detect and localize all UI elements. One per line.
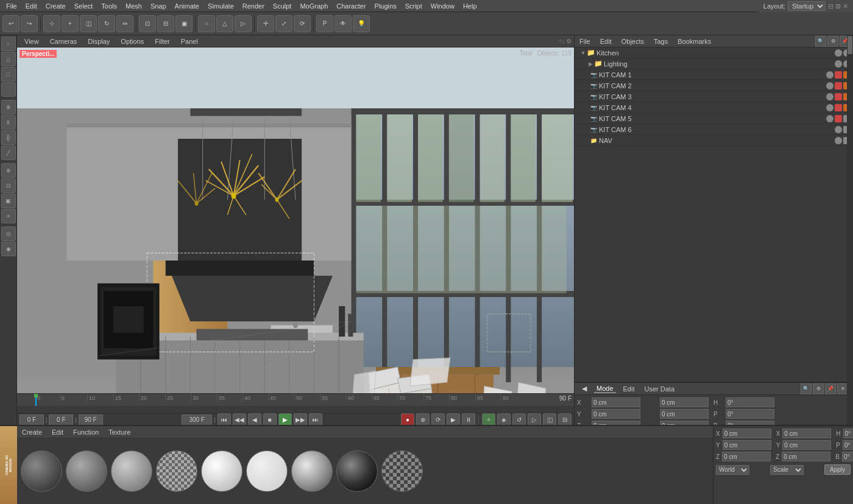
cam6-vis-dot[interactable] xyxy=(835,126,842,133)
obj-menu-objects[interactable]: Objects xyxy=(619,38,646,45)
bottom-world-select[interactable]: World Local xyxy=(716,465,749,475)
menu-edit[interactable]: Edit xyxy=(22,1,41,11)
cam3-vis-dot[interactable] xyxy=(826,93,834,100)
material-ball-4[interactable] xyxy=(201,450,242,492)
redo-button[interactable]: ↪ xyxy=(21,15,38,32)
cam1-vis-dot[interactable] xyxy=(826,71,834,79)
viewport-options-icon[interactable]: ⚙ xyxy=(566,38,572,44)
obj-config-button[interactable]: ⚙ xyxy=(827,36,838,47)
bottom-apply-button[interactable]: Apply xyxy=(824,464,851,475)
nav-vis-dot[interactable] xyxy=(835,137,842,144)
mat-menu-edit[interactable]: Edit xyxy=(49,429,66,436)
tab-view[interactable]: View xyxy=(19,37,44,46)
edge-mode-button[interactable]: △ xyxy=(216,15,233,32)
menu-mograph[interactable]: MoGraph xyxy=(296,1,331,11)
perspective-button[interactable]: P xyxy=(316,15,333,32)
attr-tab-userdata[interactable]: User Data xyxy=(642,385,678,393)
object-tool-button[interactable]: ○ xyxy=(1,37,16,51)
extrude-tool-button[interactable]: ⊕ xyxy=(1,163,16,178)
end-frame-input[interactable] xyxy=(79,415,103,425)
light-button[interactable]: 💡 xyxy=(353,15,370,32)
render-settings-button[interactable]: ▣ xyxy=(175,15,193,32)
x-size-input[interactable] xyxy=(660,397,709,407)
viewport-maximize-icon[interactable]: ↑↓ xyxy=(559,38,565,44)
menu-script[interactable]: Script xyxy=(402,1,426,11)
knife-tool-button[interactable]: ╱ xyxy=(1,145,16,160)
menu-character[interactable]: Character xyxy=(333,1,369,11)
tab-cameras[interactable]: Cameras xyxy=(45,37,82,46)
select-model-tool[interactable]: ⊹ xyxy=(43,15,60,32)
obj-row-kit-cam-5[interactable]: 📷 KIT CAM 5 xyxy=(575,113,853,124)
bb-input[interactable] xyxy=(842,452,853,461)
menu-file[interactable]: File xyxy=(2,1,21,11)
p-input[interactable] xyxy=(726,409,774,419)
obj-row-lighting[interactable]: ▶ 📁 Lighting xyxy=(575,58,853,69)
paint-tool-button[interactable]: ⊕ xyxy=(1,100,16,114)
axis-tool-button[interactable]: ╬ xyxy=(1,130,16,145)
menu-plugins[interactable]: Plugins xyxy=(371,1,400,11)
mat-menu-function[interactable]: Function xyxy=(71,429,101,436)
attr-gear-button[interactable]: ⚙ xyxy=(813,383,824,394)
material-ball-1[interactable] xyxy=(66,450,107,492)
menu-help[interactable]: Help xyxy=(459,1,481,11)
obj-row-kit-cam-1[interactable]: 📷 KIT CAM 1 xyxy=(575,69,853,80)
menu-mesh[interactable]: Mesh xyxy=(122,1,146,11)
attr-tab-mode[interactable]: Mode xyxy=(594,385,616,393)
poly-tool-button[interactable]: △ xyxy=(1,52,16,66)
y-pos-input[interactable] xyxy=(592,409,640,419)
attr-tab-left[interactable]: ◀ xyxy=(579,385,589,393)
point-tool-button[interactable]: · xyxy=(1,82,16,97)
cam2-vis-dot[interactable] xyxy=(826,82,834,89)
attr-scroll-thumb[interactable] xyxy=(848,36,852,54)
object-mode-button[interactable]: ○ xyxy=(198,15,215,32)
bx-input[interactable] xyxy=(723,429,771,438)
menu-simulate[interactable]: Simulate xyxy=(204,1,238,11)
attr-pin-button[interactable]: 📌 xyxy=(825,383,836,394)
menu-window[interactable]: Window xyxy=(427,1,458,11)
bx2-input[interactable] xyxy=(782,429,831,438)
menu-render[interactable]: Render xyxy=(239,1,268,11)
menu-select[interactable]: Select xyxy=(71,1,97,11)
polygon-mode-button[interactable]: ▷ xyxy=(235,15,252,32)
bz-input[interactable] xyxy=(722,452,771,461)
bz2-input[interactable] xyxy=(782,452,830,461)
edge-tool-button[interactable]: □ xyxy=(1,67,16,82)
scale-tool[interactable]: ⤢ xyxy=(275,15,292,32)
render-region-button[interactable]: ⊟ xyxy=(157,15,174,32)
obj-menu-bookmarks[interactable]: Bookmarks xyxy=(675,38,713,45)
obj-row-kit-cam-6[interactable]: 📷 KIT CAM 6 xyxy=(575,124,853,135)
layout-select[interactable]: Startup xyxy=(788,1,826,11)
menu-create[interactable]: Create xyxy=(42,1,69,11)
cam1-tag1[interactable] xyxy=(835,71,842,79)
material-ball-8[interactable] xyxy=(381,450,423,492)
obj-row-kit-cam-4[interactable]: 📷 KIT CAM 4 xyxy=(575,102,853,113)
obj-row-nav[interactable]: 📁 NAV xyxy=(575,135,853,146)
start-frame-input[interactable] xyxy=(19,415,44,425)
rotate-tool-2[interactable]: ⟳ xyxy=(294,15,311,32)
cam2-tag1[interactable] xyxy=(835,82,842,89)
attr-tab-edit[interactable]: Edit xyxy=(621,385,637,393)
obj-row-kitchen[interactable]: ▼ 📁 Kitchen xyxy=(575,47,853,58)
menu-tools[interactable]: Tools xyxy=(97,1,121,11)
lighting-vis-dot[interactable] xyxy=(835,60,842,68)
tab-filter[interactable]: Filter xyxy=(150,37,174,46)
stereo-button[interactable]: 👁 xyxy=(334,15,352,32)
h-input[interactable] xyxy=(726,397,774,407)
snap-tool-button[interactable]: ⊻ xyxy=(1,115,16,130)
render-active-view[interactable]: ◫ xyxy=(80,15,97,32)
undo-button[interactable]: ↩ xyxy=(2,15,19,32)
menu-animate[interactable]: Animate xyxy=(171,1,203,11)
smooth-tool-button[interactable]: ◉ xyxy=(1,242,16,256)
current-frame-input[interactable] xyxy=(49,415,73,425)
fill-tool-button[interactable]: ▣ xyxy=(1,194,16,208)
by2-input[interactable] xyxy=(782,440,831,450)
timeline-keyframe-track[interactable] xyxy=(17,406,574,413)
mat-menu-create[interactable]: Create xyxy=(19,429,44,436)
obj-row-kit-cam-2[interactable]: 📷 KIT CAM 2 xyxy=(575,80,853,91)
kitchen-vis-dot[interactable] xyxy=(835,49,842,57)
attr-search-button[interactable]: 🔍 xyxy=(801,383,812,394)
obj-row-kit-cam-3[interactable]: 📷 KIT CAM 3 xyxy=(575,91,853,102)
menu-snap[interactable]: Snap xyxy=(147,1,170,11)
bevel-tool-button[interactable]: ⊡ xyxy=(1,178,16,193)
x-pos-input[interactable] xyxy=(592,397,640,407)
